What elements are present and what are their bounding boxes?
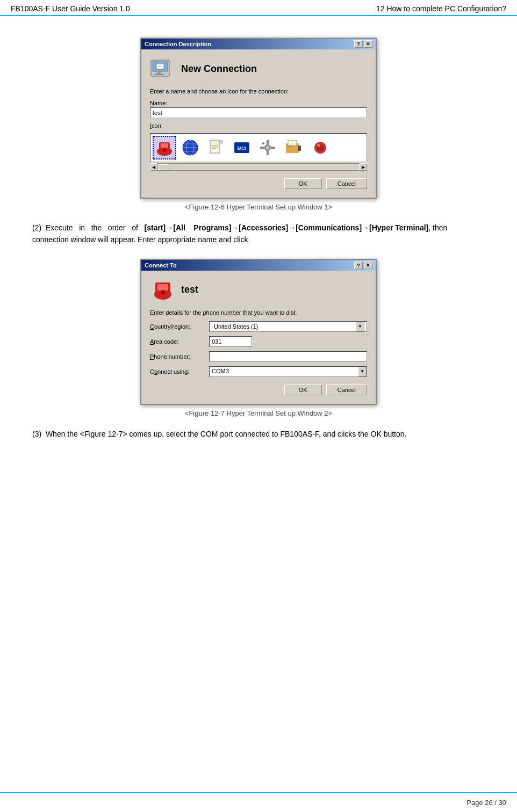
name-input[interactable] (150, 107, 367, 118)
close-button-2[interactable]: ✕ (364, 262, 372, 269)
cancel-button-1[interactable]: Cancel (326, 178, 367, 189)
svg-rect-20 (220, 140, 223, 143)
connect-to-dialog: Connect To ? ✕ test (140, 259, 377, 405)
svg-rect-43 (157, 284, 168, 291)
main-content: Connection Description ? ✕ (0, 16, 517, 463)
svg-rect-30 (260, 147, 264, 149)
country-row: Country/region: United States (1) ▼ (150, 321, 367, 332)
icon-picker-scrollbar: ◀ ▶ (150, 163, 367, 171)
step2-bold: [start]→[All Programs]→[Accessories]→[Co… (145, 223, 429, 232)
icon-item-mci[interactable]: MCI (230, 136, 254, 160)
dialog1-icon-row: New Connection (150, 56, 367, 82)
ok-button-1[interactable]: OK (284, 178, 322, 189)
icon-picker: MCI (150, 133, 367, 162)
svg-point-12 (163, 148, 166, 151)
svg-rect-35 (298, 146, 301, 151)
country-label: Country/region: (150, 323, 209, 330)
svg-rect-18 (210, 140, 220, 153)
ok-button-2[interactable]: OK (284, 385, 322, 395)
page-footer: Page 26 / 30 (466, 799, 506, 807)
dialog2-titlebar-buttons: ? ✕ (354, 262, 372, 269)
dialog1-description: Enter a name and choose an icon for the … (150, 88, 367, 95)
dialog2-name: test (181, 284, 198, 295)
country-select[interactable]: United States (1) ▼ (209, 321, 367, 332)
svg-point-44 (161, 290, 165, 294)
svg-rect-34 (288, 140, 297, 146)
scrollbar-track (157, 163, 360, 171)
dialog1-titlebar: Connection Description ? ✕ (141, 39, 376, 49)
connection-icon (150, 56, 176, 82)
step2-block: (2) Execute in the order of [start]→[All… (32, 222, 485, 246)
scroll-left-btn[interactable]: ◀ (150, 163, 157, 171)
help-button-2[interactable]: ? (354, 262, 363, 269)
icon-item-misc[interactable] (307, 136, 331, 160)
country-value: United States (1) (212, 322, 356, 331)
dialog1-content: New Connection Enter a name and choose a… (141, 49, 376, 198)
dialog2-title: Connect To (145, 262, 177, 269)
close-button[interactable]: ✕ (364, 40, 372, 48)
dialog2-buttons: OK Cancel (150, 385, 367, 397)
name-label: Name: (150, 100, 367, 106)
svg-rect-3 (156, 63, 164, 69)
step2-prefix: (2) Execute in the order of (32, 223, 145, 232)
svg-rect-31 (271, 147, 275, 149)
phone-row: Phone number: (150, 351, 367, 362)
svg-point-27 (266, 146, 269, 149)
area-input[interactable] (209, 336, 252, 347)
page-header: FB100AS-F User Guide Version 1.0 12 How … (0, 0, 517, 16)
connect-to-phone-icon (150, 277, 176, 303)
icon-item-phone-red[interactable] (153, 136, 176, 160)
svg-point-40 (317, 144, 320, 147)
connect-using-label: Connect using: (150, 368, 209, 375)
connect-value: COM3 (210, 367, 358, 376)
name-field-row: Name: (150, 100, 367, 118)
icon-item-gear[interactable] (256, 136, 279, 160)
figure2-container: Connect To ? ✕ test (32, 259, 485, 417)
header-left: FB100AS-F User Guide Version 1.0 (11, 4, 130, 13)
icon-item-globe[interactable] (178, 136, 202, 160)
dialog2-titlebar: Connect To ? ✕ (141, 260, 376, 271)
dialog1-title: Connection Description (145, 41, 211, 47)
area-label: Area code: (150, 338, 209, 345)
scrollbar-thumb[interactable] (159, 164, 169, 171)
figure2-caption: <Figure 12-7 Hyper Terminal Set up Windo… (185, 409, 332, 417)
step3-para: (3) When the <Figure 12-7> comes up, sel… (32, 428, 485, 440)
area-row: Area code: (150, 336, 367, 347)
svg-rect-32 (262, 142, 265, 145)
icon-item-document[interactable] (204, 136, 228, 160)
phone-input[interactable] (209, 351, 367, 362)
connect-using-row: Connect using: COM3 ▼ (150, 366, 367, 377)
icon-label: Icon: (150, 122, 367, 129)
dialog2-content: test Enter details for the phone number … (141, 271, 376, 404)
connection-description-dialog: Connection Description ? ✕ (140, 38, 377, 199)
step2-para: (2) Execute in the order of [start]→[All… (32, 222, 485, 246)
svg-rect-29 (267, 151, 269, 155)
svg-rect-8 (154, 74, 164, 75)
scroll-right-btn[interactable]: ▶ (360, 163, 367, 171)
step3-block: (3) When the <Figure 12-7> comes up, sel… (32, 428, 485, 440)
footer-separator (0, 792, 517, 793)
cancel-button-2[interactable]: Cancel (326, 385, 367, 395)
svg-rect-7 (157, 72, 161, 74)
figure1-caption: <Figure 12-6 Hyper Terminal Set up Windo… (185, 203, 332, 211)
footer-text: Page 26 / 30 (466, 799, 506, 807)
step3-prefix: (3) (32, 430, 46, 438)
connect-dropdown-arrow[interactable]: ▼ (358, 367, 367, 376)
step3-text: When the <Figure 12-7> comes up, select … (46, 430, 407, 438)
help-button[interactable]: ? (354, 40, 363, 48)
phone-label: Phone number: (150, 353, 209, 360)
dialog1-new-connection: New Connection (181, 63, 257, 75)
dialog1-buttons: OK Cancel (150, 178, 367, 191)
svg-text:MCI: MCI (238, 146, 247, 151)
figure1-container: Connection Description ? ✕ (32, 38, 485, 211)
svg-rect-28 (267, 140, 269, 144)
svg-rect-11 (161, 143, 168, 148)
dialog2-icon-row: test (150, 277, 367, 303)
icon-field-row: Icon: (150, 122, 367, 129)
country-dropdown-arrow[interactable]: ▼ (356, 322, 364, 331)
header-right: 12 How to complete PC Configuration? (376, 4, 506, 13)
connect-select[interactable]: COM3 ▼ (209, 366, 367, 377)
dialog2-description: Enter details for the phone number that … (150, 309, 367, 316)
titlebar-buttons: ? ✕ (354, 40, 372, 48)
icon-item-fax[interactable] (282, 136, 305, 160)
